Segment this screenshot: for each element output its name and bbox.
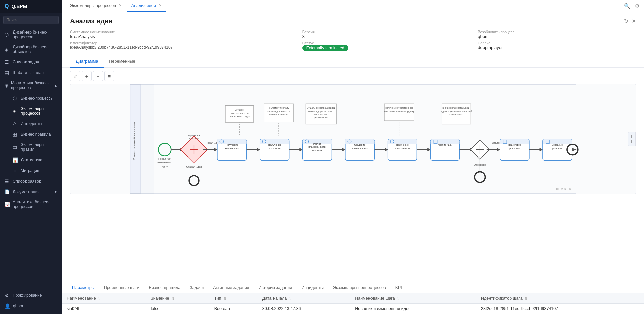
- expand-btn[interactable]: ⤢: [70, 71, 80, 81]
- cell-step-name: Новая или измененная идея: [350, 304, 476, 314]
- bottom-tab-task-history[interactable]: История заданий: [254, 282, 297, 293]
- bottom-tab-active-tasks[interactable]: Активные задания: [208, 282, 254, 293]
- sidebar-item-label: Дизайнер бизнес-процессов: [13, 30, 57, 39]
- identifier-value: IdeaAnalysis:3:23db7436-2851-11ed-9ccd-9…: [70, 45, 173, 50]
- params-table-body: sint24f false Boolean 30.08.2022 13:47:3…: [62, 304, 644, 314]
- diagram-area: ⤢ + − ≡ Ответственный за анализ: [62, 68, 644, 282]
- svg-text:Проверка: Проверка: [188, 134, 200, 137]
- bottom-tab-bar: Параметры Пройденные шаги Бизнес-правила…: [62, 282, 644, 293]
- sidebar-item-designer-bo[interactable]: ◈ Дизайнер бизнес-объектов: [0, 42, 62, 57]
- svg-text:пользователя: пользователя: [395, 147, 410, 150]
- sidebar-item-instances[interactable]: ◈ Экземпляры процессов: [3, 104, 62, 118]
- sidebar-item-bp[interactable]: ⬡ Бизнес-процессы: [3, 93, 62, 104]
- sidebar-item-rules[interactable]: ▦ Бизнес правила: [3, 129, 62, 140]
- service-label: Сервис: [478, 41, 514, 45]
- tab-instances-label: Экземпляры процессов: [70, 3, 116, 8]
- sidebar-item-label: Инциденты: [21, 121, 42, 126]
- stats-icon: 📊: [13, 157, 18, 163]
- col-value[interactable]: Значение ⇅: [146, 293, 210, 304]
- bottom-tab-biz-rules[interactable]: Бизнес-правила: [144, 282, 185, 293]
- sidebar-item-label: Аналитика бизнес-процессов: [13, 200, 57, 209]
- col-step-name[interactable]: Наименование шага ⇅: [350, 293, 476, 304]
- system-name-value: IdeaAnalysis: [70, 34, 173, 39]
- bottom-tab-subprocess[interactable]: Экземпляры подпроцессов: [328, 282, 391, 293]
- settings-icon[interactable]: ⚙: [634, 2, 641, 10]
- svg-text:Ответственный за анализ: Ответственный за анализ: [132, 122, 136, 160]
- bottom-tab-incidents[interactable]: Инциденты: [297, 282, 328, 293]
- bottom-tab-params[interactable]: Параметры: [67, 282, 99, 293]
- main-content: Экземпляры процессов ✕ Анализ идеи ✕ 🔍 ⚙…: [62, 0, 644, 314]
- sidebar-group-monitoring[interactable]: ◉ Мониторинг бизнес-процессов ▲: [0, 78, 62, 93]
- search-input[interactable]: [3, 16, 59, 24]
- diagram-canvas: Ответственный за анализ Новая или измене…: [70, 84, 636, 194]
- svg-text:От даты регистрации идеи: От даты регистрации идеи: [307, 107, 335, 109]
- sidebar-bottom: ⚙ Проксирование 👤 qbpm: [0, 287, 62, 314]
- svg-text:Новая или: Новая или: [158, 157, 171, 160]
- sub-tabs: Диаграмма Переменные: [62, 55, 644, 68]
- svg-text:Получение ответственного: Получение ответственного: [385, 107, 413, 109]
- bottom-tab-kpi[interactable]: KPI: [391, 282, 407, 293]
- tab-instances-close[interactable]: ✕: [119, 3, 122, 8]
- tab-instances[interactable]: Экземпляры процессов ✕: [65, 0, 127, 12]
- svg-text:плановой даты: плановой даты: [308, 145, 326, 148]
- close-button[interactable]: ✕: [632, 18, 636, 24]
- sub-tab-variables[interactable]: Переменные: [104, 55, 141, 68]
- page-title-actions: ↻ ✕: [624, 18, 636, 24]
- svg-text:регламента: регламента: [268, 147, 282, 150]
- table-header-row: Наименование ⇅ Значение ⇅ Тип ⇅: [62, 293, 644, 304]
- fit-btn[interactable]: ≡: [104, 71, 114, 81]
- params-table: Наименование ⇅ Значение ⇅ Тип ⇅: [62, 293, 644, 314]
- bottom-tab-steps[interactable]: Пройденные шаги: [99, 282, 144, 293]
- col-step-id[interactable]: Идентификатор шага ⇅: [476, 293, 644, 304]
- svg-text:ответственного за: ответственного за: [230, 112, 249, 114]
- sidebar: Q Q.BPM ⬡ Дизайнер бизнес-процессов ◈ Ди…: [0, 0, 62, 314]
- svg-text:Расчет: Расчет: [313, 142, 321, 145]
- sidebar-item-user[interactable]: 👤 qbpm: [0, 301, 62, 311]
- task-list-icon: ☰: [5, 59, 10, 65]
- svg-text:регламентом: регламентом: [314, 116, 328, 119]
- sidebar-item-label: Список задач: [13, 60, 39, 64]
- sidebar-group-label: Документация: [13, 190, 51, 194]
- sidebar-monitoring-submenu: ⬡ Бизнес-процессы ◈ Экземпляры процессов…: [0, 93, 62, 176]
- svg-text:анализ класса идеи: анализ класса идеи: [229, 115, 250, 118]
- sidebar-item-rule-instances[interactable]: ▤ Экземпляры правил: [3, 140, 62, 154]
- app-logo: Q Q.BPM: [0, 0, 62, 13]
- col-name[interactable]: Наименование ⇅: [62, 293, 146, 304]
- cell-date: 30.08.2022 13:47:36: [258, 304, 350, 314]
- col-date[interactable]: Дата начала ⇅: [258, 293, 350, 304]
- params-table-wrap: Наименование ⇅ Значение ⇅ Тип ⇅: [62, 293, 644, 314]
- instances-icon: ◈: [13, 108, 18, 114]
- right-panel-toggle[interactable]: ⅠⅠ: [628, 132, 636, 146]
- rule-instances-icon: ▤: [13, 144, 18, 150]
- tab-idea-analysis-close[interactable]: ✕: [159, 3, 162, 8]
- tab-idea-analysis[interactable]: Анализ идеи ✕: [127, 0, 166, 12]
- sub-tab-diagram[interactable]: Диаграмма: [70, 55, 104, 68]
- refresh-button[interactable]: ↻: [624, 18, 628, 24]
- sidebar-item-task-templates[interactable]: ▤ Шаблоны задач: [0, 67, 62, 78]
- sidebar-item-analytics[interactable]: 📈 Аналитика бизнес-процессов: [0, 197, 62, 212]
- sidebar-item-proxy[interactable]: ⚙ Проксирование: [0, 290, 62, 301]
- identifier-label: Идентификатор: [70, 41, 173, 45]
- sidebar-item-task-queue[interactable]: ☰ Список заявок: [0, 176, 62, 187]
- sidebar-group-docs[interactable]: 📄 Документация ▼: [0, 187, 62, 197]
- svg-text:задачи с указанием плановой: задачи с указанием плановой: [440, 110, 472, 113]
- sidebar-item-stats[interactable]: 📊 Статистика: [3, 154, 62, 165]
- svg-text:пользователя по сотруднику: пользователя по сотруднику: [384, 110, 414, 113]
- zoom-in-btn[interactable]: +: [82, 71, 92, 81]
- sidebar-item-designer-bp[interactable]: ⬡ Дизайнер бизнес-процессов: [0, 27, 62, 42]
- task-queue-icon: ☰: [5, 179, 10, 184]
- svg-text:Подготовка: Подготовка: [508, 143, 522, 146]
- sidebar-item-task-list[interactable]: ☰ Список задач: [0, 57, 62, 67]
- col-type[interactable]: Тип ⇅: [210, 293, 258, 304]
- zoom-out-btn[interactable]: −: [93, 71, 103, 81]
- task-templates-icon: ▤: [5, 70, 10, 75]
- sidebar-item-incidents[interactable]: ⚠ Инциденты: [3, 118, 62, 129]
- cell-step-id: 28f2dc18-2851-11ed-9ccd-92f1d9374107: [476, 304, 644, 314]
- bottom-tab-tasks[interactable]: Задачи: [185, 282, 208, 293]
- search-icon[interactable]: 🔍: [623, 2, 632, 10]
- tab-idea-analysis-label: Анализ идеи: [131, 3, 156, 8]
- sidebar-item-migration[interactable]: ↔ Миграция: [3, 165, 62, 176]
- sidebar-item-label: Дизайнер бизнес-объектов: [13, 45, 57, 54]
- logo-icon: Q: [5, 3, 9, 9]
- svg-text:соответствие с: соответствие с: [313, 113, 329, 115]
